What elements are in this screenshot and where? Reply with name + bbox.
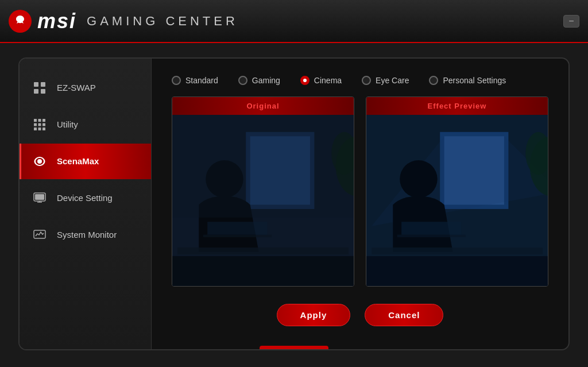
svg-rect-1 [41,82,45,87]
svg-rect-0 [34,82,38,87]
apply-button[interactable]: Apply [277,304,351,326]
radio-options-row: Standard Gaming Cinema Eye Care Personal [172,76,548,85]
effect-preview-box: Effect Preview [366,96,548,287]
radio-cinema-circle [300,76,310,85]
svg-rect-10 [34,128,37,130]
original-preview-image [172,115,354,286]
minimize-button[interactable] [563,15,579,28]
svg-rect-4 [34,119,37,122]
svg-rect-27 [172,256,354,285]
sidebar: EZ-SWAP Utility [20,59,152,349]
main-area: EZ-SWAP Utility [0,43,588,367]
effect-preview-image [366,115,548,286]
msi-logo-text: msi [37,9,76,33]
cancel-button[interactable]: Cancel [365,304,443,326]
radio-personal-settings[interactable]: Personal Settings [429,76,506,85]
scenamax-icon [31,153,48,170]
radio-standard[interactable]: Standard [172,76,218,85]
dragon-icon [9,10,32,33]
svg-rect-5 [38,119,41,122]
radio-cinema-label: Cinema [314,76,342,85]
svg-rect-25 [203,234,272,237]
radio-gaming[interactable]: Gaming [238,76,280,85]
svg-rect-3 [41,89,45,94]
sidebar-item-scenamax[interactable]: ScenaMax [20,144,151,179]
radio-eye-care-label: Eye Care [376,76,409,85]
utility-icon [31,116,48,133]
svg-rect-9 [42,123,45,126]
radio-personal-settings-circle [429,76,438,85]
app-header: msi GAMING CENTER [0,0,588,43]
radio-eye-care-circle [362,76,371,85]
main-panel: Standard Gaming Cinema Eye Care Personal [152,59,568,349]
svg-rect-41 [366,115,548,286]
svg-rect-11 [38,128,41,130]
radio-personal-settings-label: Personal Settings [443,76,506,85]
radio-gaming-circle [238,76,247,85]
ez-swap-icon [31,79,48,96]
scenamax-label: ScenaMax [57,156,99,166]
utility-label: Utility [57,119,78,129]
svg-rect-12 [42,128,45,130]
sidebar-item-ez-swap[interactable]: EZ-SWAP [20,70,151,106]
svg-rect-6 [42,119,45,122]
svg-rect-24 [177,247,349,254]
svg-point-13 [37,159,42,164]
ez-swap-label: EZ-SWAP [57,83,96,92]
preview-area: Original [172,96,548,287]
gaming-center-text: GAMING CENTER [87,14,238,29]
content-panel: EZ-SWAP Utility [18,57,570,350]
svg-rect-28 [172,115,354,218]
svg-rect-2 [34,89,38,94]
svg-rect-15 [35,194,44,200]
svg-rect-8 [38,123,41,126]
sidebar-item-device-setting[interactable]: Device Setting [20,180,151,216]
original-preview-header: Original [172,97,354,115]
radio-cinema[interactable]: Cinema [300,76,342,85]
radio-standard-circle [172,76,181,85]
svg-rect-7 [34,123,37,126]
svg-rect-26 [207,222,267,234]
sidebar-item-system-monitor[interactable]: System Monitor [20,217,151,253]
app-logo: msi GAMING CENTER [9,9,238,33]
radio-eye-care[interactable]: Eye Care [362,76,409,85]
device-setting-icon [31,190,48,207]
system-monitor-icon [31,226,48,244]
system-monitor-label: System Monitor [57,230,117,239]
effect-preview-header: Effect Preview [366,97,548,115]
original-preview-box: Original [172,96,354,287]
button-row: Apply Cancel [172,298,548,332]
sidebar-item-utility[interactable]: Utility [20,107,151,142]
radio-standard-label: Standard [185,76,218,85]
radio-gaming-label: Gaming [252,76,280,85]
device-setting-label: Device Setting [57,193,113,203]
